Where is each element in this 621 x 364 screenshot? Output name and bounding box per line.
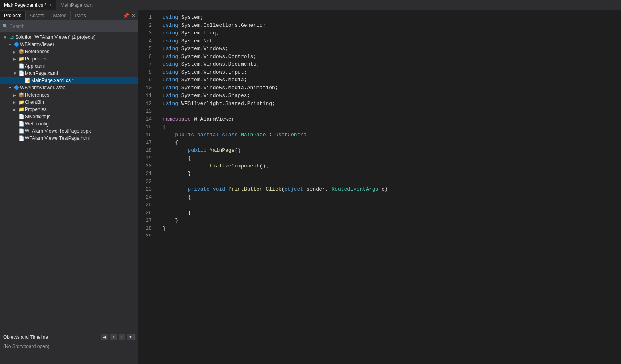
line-number: 23 <box>142 185 152 193</box>
tree-item-mainpagexaml[interactable]: ▼ 📄 MainPage.xaml <box>0 70 138 77</box>
tab-label: MainPage.xaml <box>60 2 94 8</box>
sljs-label: Silverlight.js <box>25 114 136 119</box>
line-number: 17 <box>142 139 152 147</box>
appxaml-icon: 📄 <box>18 63 25 69</box>
bottom-panel-icons: ◀ ✕ + ▼ <box>101 334 135 340</box>
line-number: 2 <box>142 22 152 30</box>
search-input[interactable] <box>10 24 135 29</box>
code-editor[interactable]: 1234567891011121314151617181920212223242… <box>138 10 615 364</box>
code-line: using System.Windows.Media; <box>163 76 609 84</box>
project1-icon: 🔷 <box>13 42 20 47</box>
ref1-label: References <box>25 49 136 54</box>
storyboard-add-btn[interactable]: + <box>119 334 125 340</box>
tree-item-references1[interactable]: ▶ 📦 References <box>0 48 138 55</box>
line-number: 24 <box>142 193 152 201</box>
tree-item-mainpagexamlcs[interactable]: 📝 MainPage.xaml.cs * <box>0 77 138 84</box>
webconfig-icon: 📄 <box>18 121 25 127</box>
tree-item-aspx[interactable]: 📄 WFAlarmViewerTestPage.aspx <box>0 127 138 135</box>
code-line: } <box>163 225 609 233</box>
search-icon: 🔍 <box>2 24 8 29</box>
folder1-icon: 📁 <box>18 56 25 62</box>
code-line: using System.Windows.Media.Animation; <box>163 84 609 92</box>
tree-item-references2[interactable]: ▶ 📦 References <box>0 91 138 99</box>
bottom-panel: Objects and Timeline ◀ ✕ + ▼ (No Storybo… <box>0 332 138 364</box>
storyboard-prev-btn[interactable]: ◀ <box>101 334 108 340</box>
tab-mainpage-xaml[interactable]: MainPage.xaml <box>56 0 98 10</box>
html-icon: 📄 <box>18 135 25 141</box>
clientbin-label: ClientBin <box>25 99 136 105</box>
ref2-label: References <box>25 92 136 98</box>
tab-mainpage-xaml-cs[interactable]: MainPage.xaml.cs * ✕ <box>0 0 56 10</box>
project1-label: WFAlarmViewer <box>20 42 136 47</box>
code-line: using System.Windows.Input; <box>163 68 609 76</box>
panel-tabs: Projects Assets States Parts 📌 ✕ <box>0 10 138 21</box>
mainpagexaml-icon: 📄 <box>18 70 25 76</box>
solution-node[interactable]: ▼ 🗂 Solution 'WFAlarmViewer' (2 projects… <box>0 34 138 41</box>
clientbin-arrow: ▶ <box>13 100 18 105</box>
line-number: 13 <box>142 107 152 115</box>
ref1-icon: 📦 <box>18 49 25 54</box>
code-line: } <box>163 217 609 225</box>
webconfig-label: Web.config <box>25 121 136 127</box>
line-number: 12 <box>142 100 152 108</box>
line-number: 3 <box>142 29 152 37</box>
panel-tab-states[interactable]: States <box>48 11 71 20</box>
code-line: using System.Windows.Documents; <box>163 60 609 68</box>
main-area: Projects Assets States Parts 📌 ✕ 🔍 ▼ 🗂 S… <box>0 10 621 364</box>
code-line: } <box>163 170 609 178</box>
storyboard-close-btn[interactable]: ✕ <box>110 334 117 340</box>
tab-close-icon[interactable]: ✕ <box>49 3 52 7</box>
tab-bar: MainPage.xaml.cs * ✕ MainPage.xaml <box>0 0 621 10</box>
ref2-icon: 📦 <box>18 92 25 98</box>
project1-node[interactable]: ▼ 🔷 WFAlarmViewer <box>0 41 138 48</box>
folder2-icon: 📁 <box>18 107 25 112</box>
line-number: 20 <box>142 162 152 170</box>
project2-node[interactable]: ▼ 🔷 WFAlarmViewer.Web <box>0 84 138 91</box>
code-line: using System.Collections.Generic; <box>163 22 609 30</box>
bottom-panel-header: Objects and Timeline ◀ ✕ + ▼ <box>0 332 138 342</box>
mainpagexaml-label: MainPage.xaml <box>25 70 136 76</box>
ref1-arrow: ▶ <box>13 50 18 54</box>
bottom-panel-content: (No Storyboard open) <box>0 342 138 351</box>
props2-arrow: ▶ <box>13 107 18 112</box>
code-line: using WFSilverlight.Shared.Printing; <box>163 100 609 108</box>
tree-item-properties1[interactable]: ▶ 📁 Properties <box>0 55 138 62</box>
tree-view: ▼ 🗂 Solution 'WFAlarmViewer' (2 projects… <box>0 32 138 332</box>
project2-icon: 🔷 <box>13 85 20 90</box>
line-number: 15 <box>142 123 152 131</box>
bottom-panel-title: Objects and Timeline <box>3 334 48 340</box>
tree-item-properties2[interactable]: ▶ 📁 Properties <box>0 106 138 113</box>
code-line: using System.Windows; <box>163 45 609 53</box>
solution-icon: 🗂 <box>8 34 15 40</box>
search-box: 🔍 <box>0 21 138 32</box>
panel-pin-close[interactable]: 📌 ✕ <box>121 11 138 20</box>
line-number: 26 <box>142 209 152 217</box>
code-lines: using System;using System.Collections.Ge… <box>156 10 615 364</box>
tree-item-appxaml[interactable]: 📄 App.xaml <box>0 62 138 70</box>
project2-expand-arrow: ▼ <box>8 86 13 90</box>
tree-item-silverlightjs[interactable]: 📄 Silverlight.js <box>0 113 138 120</box>
code-line: using System.Windows.Controls; <box>163 53 609 61</box>
panel-tab-assets[interactable]: Assets <box>26 11 48 20</box>
storyboard-menu-btn[interactable]: ▼ <box>127 334 135 340</box>
mainpagexamlcs-icon: 📝 <box>24 78 31 83</box>
close-icon: ✕ <box>131 13 135 18</box>
tree-item-html[interactable]: 📄 WFAlarmViewerTestPage.html <box>0 135 138 142</box>
line-number: 16 <box>142 131 152 139</box>
code-line: namespace WFAlarmViewer <box>163 115 609 123</box>
line-number: 9 <box>142 76 152 84</box>
code-line: using System.Net; <box>163 37 609 45</box>
code-content: 1234567891011121314151617181920212223242… <box>138 10 615 364</box>
code-line <box>163 201 609 209</box>
code-line: { <box>163 139 609 147</box>
code-line <box>163 107 609 115</box>
panel-tab-parts[interactable]: Parts <box>71 11 90 20</box>
code-line <box>163 178 609 186</box>
tree-item-webconfig[interactable]: 📄 Web.config <box>0 120 138 127</box>
line-number: 21 <box>142 170 152 178</box>
right-scroll[interactable] <box>615 10 621 364</box>
tree-item-clientbin[interactable]: ▶ 📁 ClientBin <box>0 99 138 106</box>
panel-tab-projects[interactable]: Projects <box>0 11 26 20</box>
line-number: 8 <box>142 68 152 76</box>
line-number: 1 <box>142 14 152 22</box>
